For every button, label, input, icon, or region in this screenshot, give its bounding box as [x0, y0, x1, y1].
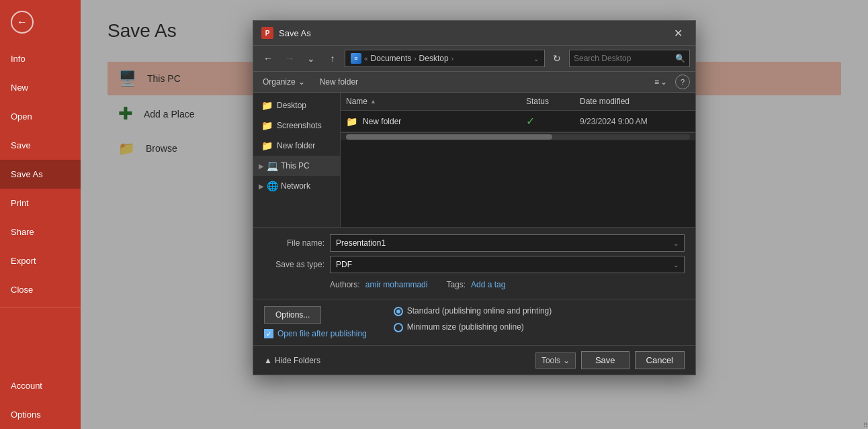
- scrollbar-track: [346, 134, 690, 140]
- file-name: New folder: [363, 117, 401, 126]
- new-folder-label: New folder: [320, 77, 358, 87]
- file-name-input[interactable]: Presentation1 ⌄: [330, 234, 685, 252]
- organize-arrow-icon: ⌄: [298, 77, 305, 87]
- new-folder-icon: 📁: [261, 140, 273, 151]
- dialog-actionbar: Organize ⌄ New folder ≡ ⌄ ?: [253, 72, 695, 93]
- cancel-button[interactable]: Cancel: [635, 351, 685, 369]
- hide-folders-label: Hide Folders: [275, 356, 320, 365]
- back-circle-icon: ←: [11, 11, 34, 34]
- nav-up-button[interactable]: ↑: [323, 50, 342, 66]
- open-after-checkbox-row[interactable]: ✓ Open file after publishing: [264, 329, 367, 338]
- search-input[interactable]: [574, 54, 672, 63]
- tags-value[interactable]: Add a tag: [471, 280, 505, 289]
- sidebar-item-save-as[interactable]: Save As: [0, 160, 81, 189]
- sidebar-item-save[interactable]: Save: [0, 131, 81, 160]
- radio-standard[interactable]: [394, 307, 403, 316]
- open-after-label: Open file after publishing: [277, 329, 367, 338]
- network-nav-icon: 🌐: [267, 181, 278, 191]
- save-as-dialog: P Save As ✕ ← → ⌄ ↑ ≡ « Documents › Desk…: [253, 20, 696, 375]
- refresh-button[interactable]: ↻: [548, 50, 566, 66]
- tools-button[interactable]: Tools ⌄: [535, 352, 576, 369]
- col-header-date: Date modified: [574, 95, 682, 107]
- hide-folders-arrow-icon: ▲: [264, 356, 272, 365]
- breadcrumb-bar[interactable]: ≡ « Documents › Desktop › ⌄: [345, 50, 545, 67]
- new-folder-nav-label: New folder: [277, 141, 315, 150]
- back-button[interactable]: ←: [5, 5, 39, 39]
- sidebar-divider: [0, 307, 81, 307]
- help-button[interactable]: ?: [675, 75, 690, 89]
- this-pc-nav-icon: 💻: [267, 160, 278, 171]
- dialog-form: File name: Presentation1 ⌄ Save as type:…: [253, 227, 695, 299]
- radio-standard-row[interactable]: Standard (publishing online and printing…: [394, 306, 552, 317]
- sidebar-item-options[interactable]: Options: [0, 400, 81, 429]
- sidebar-item-export[interactable]: Export: [0, 246, 81, 275]
- new-folder-button[interactable]: New folder: [314, 75, 363, 89]
- view-dropdown-icon: ⌄: [660, 77, 667, 87]
- search-icon: 🔍: [675, 54, 685, 63]
- breadcrumb-desktop: Desktop: [419, 54, 449, 63]
- screenshots-folder-icon: 📁: [261, 120, 273, 131]
- dialog-body: 📁 Desktop 📁 Screenshots 📁 New folder ▶ 💻: [253, 93, 695, 227]
- desktop-folder-icon: 📁: [261, 100, 273, 111]
- network-nav-label: Network: [281, 181, 310, 191]
- breadcrumb-arrow1: ›: [414, 55, 416, 62]
- dialog-filelist: Name ▲ Status Date modified 📁: [341, 93, 695, 227]
- options-button[interactable]: Options...: [264, 306, 321, 324]
- nav-desktop[interactable]: 📁 Desktop: [253, 95, 340, 115]
- nav-back-button[interactable]: ←: [259, 50, 277, 66]
- status-check-icon: ✓: [526, 115, 535, 128]
- nav-new-folder[interactable]: 📁 New folder: [253, 136, 340, 156]
- scrollbar-thumb: [346, 134, 552, 140]
- radio-min-row[interactable]: Minimum size (publishing online): [394, 322, 552, 333]
- radio-minimum-label: Minimum size (publishing online): [407, 322, 524, 333]
- sidebar-item-info[interactable]: Info: [0, 44, 81, 73]
- nav-network[interactable]: ▶ 🌐 Network: [253, 176, 340, 196]
- file-folder-icon: 📁: [346, 116, 357, 127]
- tools-label: Tools: [541, 356, 560, 365]
- table-row[interactable]: 📁 New folder ✓ 9/23/2024 9:00 AM: [341, 111, 695, 132]
- nav-screenshots[interactable]: 📁 Screenshots: [253, 115, 340, 136]
- view-button[interactable]: ≡ ⌄: [654, 77, 667, 87]
- main-content: Save As 🖥️ This PC ✚ Add a Place 📁 Brows…: [81, 0, 868, 429]
- sidebar-item-open[interactable]: Open: [0, 102, 81, 131]
- authors-value[interactable]: amir mohammadi: [365, 280, 428, 289]
- save-as-type-label: Save as type:: [264, 260, 324, 269]
- nav-forward-button[interactable]: →: [280, 50, 299, 66]
- save-as-type-input[interactable]: PDF ⌄: [330, 256, 685, 273]
- authors-label: Authors:: [330, 280, 360, 289]
- footer-right: Tools ⌄ Save Cancel: [535, 351, 685, 369]
- dialog-titlebar: P Save As ✕: [253, 21, 695, 46]
- network-expand-icon: ▶: [259, 183, 264, 190]
- open-after-checkbox[interactable]: ✓: [264, 329, 273, 338]
- breadcrumb-arrow2: ›: [451, 55, 453, 62]
- horizontal-scrollbar[interactable]: [341, 132, 695, 140]
- sidebar-item-share[interactable]: Share: [0, 218, 81, 246]
- sidebar-item-account[interactable]: Account: [0, 371, 81, 400]
- dialog-close-button[interactable]: ✕: [668, 26, 687, 40]
- resize-handle: ⠿: [860, 421, 868, 429]
- this-pc-expand-icon: ▶: [259, 162, 264, 170]
- dialog-toolbar: ← → ⌄ ↑ ≡ « Documents › Desktop › ⌄ ↻ 🔍: [253, 46, 695, 72]
- file-name-cell: 📁 New folder: [341, 116, 521, 127]
- form-row-savetype: Save as type: PDF ⌄: [264, 256, 685, 273]
- view-icon: ≡: [654, 77, 659, 87]
- ppt-icon: P: [261, 27, 273, 39]
- radio-minimum[interactable]: [394, 323, 403, 332]
- breadcrumb-icon: ≡: [351, 53, 361, 64]
- sidebar-item-print[interactable]: Print: [0, 189, 81, 218]
- sidebar-bottom: Account Options: [0, 371, 81, 429]
- col-header-extra: [682, 95, 695, 107]
- options-left: Options... ✓ Open file after publishing: [264, 306, 367, 338]
- breadcrumb-documents: Documents: [371, 54, 412, 63]
- dialog-nav-sidebar: 📁 Desktop 📁 Screenshots 📁 New folder ▶ 💻: [253, 93, 341, 227]
- sidebar-item-new[interactable]: New: [0, 73, 81, 102]
- save-button[interactable]: Save: [581, 351, 630, 369]
- hide-folders-button[interactable]: ▲ Hide Folders: [264, 356, 320, 365]
- options-right: Standard (publishing online and printing…: [394, 306, 552, 338]
- col-header-status: Status: [521, 95, 574, 107]
- save-type-dropdown-icon: ⌄: [673, 261, 679, 269]
- nav-dropdown-button[interactable]: ⌄: [302, 50, 320, 66]
- sidebar-item-close[interactable]: Close: [0, 275, 81, 304]
- organize-button[interactable]: Organize ⌄: [259, 75, 309, 89]
- nav-this-pc[interactable]: ▶ 💻 This PC: [253, 156, 340, 176]
